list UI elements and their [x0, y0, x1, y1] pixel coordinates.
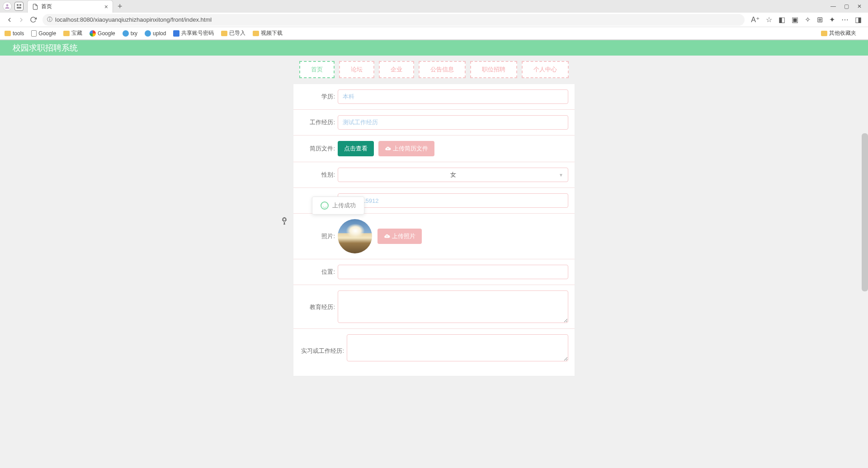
- bookmarks-bar: tools Google 宝藏 Google txy uplod 共享账号密码 …: [0, 27, 868, 40]
- select-gender-value: 女: [450, 171, 456, 179]
- input-phone[interactable]: [338, 193, 568, 208]
- svg-point-4: [284, 222, 284, 223]
- bookmark-txy[interactable]: txy: [123, 30, 137, 37]
- bookmark-google1[interactable]: Google: [31, 30, 56, 37]
- google-icon: [90, 30, 96, 37]
- select-gender[interactable]: 女 ▼: [338, 168, 568, 182]
- row-work-history: 工作经历:: [293, 110, 575, 136]
- tab-title: 首页: [41, 3, 101, 10]
- bookmark-uplod[interactable]: uplod: [145, 30, 166, 37]
- smile-icon: ◡: [321, 201, 329, 210]
- forward-button[interactable]: [15, 14, 27, 26]
- read-aloud-icon[interactable]: A⁺: [751, 15, 760, 24]
- qr-icon[interactable]: ◧: [778, 15, 785, 24]
- row-education: 学历:: [293, 84, 575, 110]
- upload-resume-button[interactable]: 上传简历文件: [378, 141, 434, 156]
- row-resume-file: 简历文件: 点击查看 上传简历文件: [293, 136, 575, 162]
- nav-tab-profile[interactable]: 个人中心: [522, 61, 569, 78]
- upload-photo-button[interactable]: 上传照片: [377, 229, 422, 244]
- browser-tab[interactable]: 首页 ×: [27, 0, 113, 13]
- workspace-icon[interactable]: [14, 2, 24, 11]
- textarea-intern-history[interactable]: [347, 334, 568, 361]
- url-input[interactable]: ⓘ localhost:8080/xiaoyuanqiuzhizhaopinxi…: [42, 14, 745, 26]
- avatar-image: [338, 219, 372, 253]
- chevron-down-icon: ▼: [559, 173, 563, 178]
- nav-tab-forum[interactable]: 论坛: [339, 61, 374, 78]
- nav-tab-notice[interactable]: 公告信息: [419, 61, 466, 78]
- collections-icon[interactable]: ▣: [792, 15, 798, 24]
- input-education[interactable]: [338, 89, 568, 104]
- row-location: 位置:: [293, 259, 575, 285]
- folder-icon: [63, 31, 70, 36]
- scrollbar[interactable]: [862, 133, 868, 291]
- url-text: localhost:8080/xiaoyuanqiuzhizhaopinxito…: [55, 16, 740, 23]
- svg-point-0: [6, 4, 9, 6]
- app-title: 校园求职招聘系统: [13, 42, 78, 53]
- textarea-edu-history[interactable]: [338, 290, 568, 323]
- folder-icon: [253, 31, 259, 36]
- svg-rect-3: [17, 7, 21, 9]
- favorites-bar-icon[interactable]: ✧: [805, 15, 811, 24]
- input-work-history[interactable]: [338, 115, 568, 130]
- input-location[interactable]: [338, 265, 568, 279]
- nav-tab-home[interactable]: 首页: [299, 61, 335, 78]
- folder-icon: [5, 31, 11, 36]
- cloud-upload-icon: [385, 145, 391, 152]
- cloud-upload-icon: [384, 233, 390, 239]
- row-gender: 性别: 女 ▼: [293, 162, 575, 188]
- bookmark-tools[interactable]: tools: [5, 30, 24, 37]
- label-resume-file: 简历文件:: [298, 145, 338, 153]
- label-work-history: 工作经历:: [298, 118, 338, 126]
- extensions-icon[interactable]: ⊞: [817, 15, 823, 24]
- label-intern-history: 实习或工作经历:: [298, 334, 347, 355]
- page-icon: [31, 30, 37, 37]
- cursor-icon: [281, 217, 288, 225]
- bookmark-video-dl[interactable]: 视频下载: [253, 29, 283, 37]
- svg-rect-1: [17, 4, 19, 6]
- label-education: 学历:: [298, 93, 338, 101]
- address-bar: ⓘ localhost:8080/xiaoyuanqiuzhizhaopinxi…: [0, 13, 868, 27]
- profile-form: 学历: 工作经历: 简历文件: 点击查看 上传简历文件 性别: 女 ▼ 手机号:: [293, 84, 575, 376]
- bookmark-share-pwd[interactable]: 共享账号密码: [173, 29, 214, 37]
- bookmark-treasure[interactable]: 宝藏: [63, 29, 82, 37]
- sidebar-icon[interactable]: ◨: [855, 15, 862, 24]
- other-bookmarks[interactable]: 其他收藏夹: [821, 29, 856, 37]
- site-info-icon[interactable]: ⓘ: [47, 16, 52, 23]
- label-edu-history: 教育经历:: [298, 290, 338, 311]
- window-controls: — ▢ ✕: [830, 3, 868, 9]
- label-gender: 性别:: [298, 171, 338, 179]
- tab-close-icon[interactable]: ×: [104, 3, 108, 10]
- toolbar-right: A⁺ ☆ ◧ ▣ ✧ ⊞ ✦ ⋯ ◨: [748, 15, 864, 24]
- more-icon[interactable]: ⋯: [841, 15, 849, 24]
- upload-success-toast: ◡ 上传成功: [312, 197, 364, 215]
- page-icon: [32, 4, 38, 10]
- folder-icon: [821, 31, 827, 36]
- bookmark-imported[interactable]: 已导入: [221, 29, 245, 37]
- key-icon: [173, 30, 179, 37]
- bookmark-google2[interactable]: Google: [90, 30, 115, 37]
- favorite-icon[interactable]: ☆: [766, 15, 772, 24]
- svg-rect-2: [19, 4, 21, 6]
- nav-tab-jobs[interactable]: 职位招聘: [470, 61, 517, 78]
- upload-icon: [145, 30, 151, 37]
- view-resume-button[interactable]: 点击查看: [338, 141, 374, 156]
- close-window-button[interactable]: ✕: [857, 3, 862, 9]
- nav-tabs: 首页 论坛 企业 公告信息 职位招聘 个人中心: [0, 56, 868, 78]
- nav-tab-company[interactable]: 企业: [379, 61, 414, 78]
- avatar-preview: [338, 219, 372, 253]
- row-intern-history: 实习或工作经历:: [293, 329, 575, 367]
- tab-bar: 首页 × + — ▢ ✕: [0, 0, 868, 13]
- folder-icon: [221, 31, 227, 36]
- profile-avatar[interactable]: [3, 2, 12, 11]
- browser-chrome: 首页 × + — ▢ ✕ ⓘ localhost:8080/xiaoyuanqi…: [0, 0, 868, 40]
- label-location: 位置:: [298, 268, 338, 276]
- reload-button[interactable]: [27, 14, 39, 26]
- app-header: 校园求职招聘系统: [0, 40, 868, 56]
- new-tab-button[interactable]: +: [118, 2, 123, 11]
- minimize-button[interactable]: —: [830, 3, 836, 9]
- row-edu-history: 教育经历:: [293, 285, 575, 329]
- label-photo: 照片:: [298, 232, 338, 240]
- maximize-button[interactable]: ▢: [844, 3, 849, 9]
- back-button[interactable]: [4, 14, 15, 26]
- extension2-icon[interactable]: ✦: [829, 15, 835, 24]
